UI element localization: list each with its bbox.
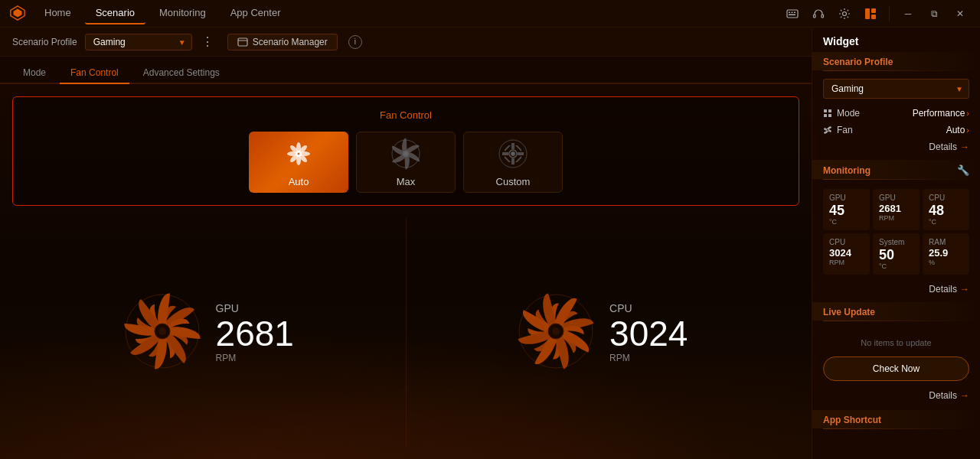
scenario-manager-label: Scenario Manager	[253, 37, 328, 47]
scenario-manager-icon	[237, 37, 248, 47]
svg-rect-2	[787, 10, 798, 18]
scenario-details-arrow: →	[960, 142, 969, 152]
scenario-profile-select[interactable]: Gaming Silent Performance	[85, 34, 192, 50]
widget-fan-row: Fan Auto ›	[812, 122, 980, 138]
nav-app-center[interactable]: App Center	[220, 2, 292, 24]
widget-fan-left: Fan	[823, 125, 853, 135]
fan-control-section: Fan Control	[0, 84, 812, 459]
fan-custom-icon	[497, 138, 529, 170]
svg-rect-13	[238, 38, 247, 46]
widget-profile-dropdown-row: Gaming Silent Performance ▼	[812, 76, 980, 105]
widget-title: Widget	[812, 28, 980, 52]
tab-advanced-settings[interactable]: Advanced Settings	[132, 63, 230, 84]
mon-cpu-temp-unit: °C	[929, 218, 963, 226]
svg-point-9	[843, 11, 847, 15]
headset-icon[interactable]	[808, 3, 829, 24]
gpu-fan-visual	[124, 293, 201, 373]
widget-monitoring-section: Monitoring 🔧 GPU 45 °C GPU 2681 RPM CPU …	[812, 160, 980, 301]
widget-mode-value[interactable]: Performance ›	[913, 108, 969, 119]
monitoring-details-row[interactable]: Details →	[812, 281, 980, 301]
cpu-rpm-block: CPU 3024 RPM	[407, 218, 800, 447]
monitoring-divider	[823, 179, 969, 180]
mon-ram-value: 25.9	[929, 248, 963, 258]
fan-max-icon	[390, 138, 422, 170]
mon-cpu-rpm-label: CPU	[829, 238, 864, 246]
keyboard-icon[interactable]	[782, 3, 803, 24]
widget-mode-left: Mode	[823, 108, 860, 119]
fan-max-label: Max	[397, 176, 416, 187]
live-update-details-arrow: →	[960, 390, 969, 401]
svg-rect-7	[814, 15, 816, 18]
rpm-displays: GPU 2681 RPM	[12, 218, 799, 447]
svg-marker-1	[14, 8, 22, 17]
cpu-rpm-label: CPU	[609, 302, 688, 314]
widget-scenario-details-row[interactable]: Details →	[812, 138, 980, 158]
layout-icon[interactable]	[860, 3, 881, 24]
svg-rect-40	[824, 114, 827, 117]
mon-cpu-temp-value: 48	[929, 203, 963, 217]
fan-mode-custom[interactable]: Custom	[463, 132, 563, 193]
mon-gpu-temp-label: GPU	[829, 194, 864, 202]
tab-fan-control[interactable]: Fan Control	[60, 63, 129, 84]
fan-arrow-icon: ›	[966, 125, 969, 135]
gpu-rpm-unit: RPM	[216, 353, 294, 363]
svg-rect-38	[824, 109, 827, 112]
settings-icon[interactable]	[834, 3, 855, 24]
monitoring-settings-icon[interactable]: 🔧	[957, 164, 969, 176]
info-icon[interactable]: i	[348, 35, 362, 49]
scenario-details-label: Details	[929, 142, 957, 152]
mon-gpu-rpm-label: GPU	[879, 194, 913, 202]
live-update-details-label: Details	[929, 390, 957, 401]
nav-home[interactable]: Home	[34, 2, 82, 24]
nav-scenario[interactable]: Scenario	[85, 2, 145, 24]
section-divider	[823, 70, 969, 71]
svg-point-31	[512, 152, 514, 155]
mon-cell-gpu-rpm: GPU 2681 RPM	[873, 189, 920, 230]
mode-arrow-icon: ›	[966, 109, 969, 118]
main-layout: Scenario Profile Gaming Silent Performan…	[0, 28, 980, 459]
svg-rect-11	[871, 8, 876, 13]
mon-gpu-temp-value: 45	[829, 203, 864, 217]
svg-rect-39	[828, 109, 831, 112]
monitoring-header: Monitoring 🔧	[812, 160, 980, 179]
check-now-button[interactable]: Check Now	[823, 356, 969, 381]
close-button[interactable]: ✕	[949, 3, 971, 24]
widget-profile-select[interactable]: Gaming Silent Performance	[823, 79, 969, 99]
cpu-rpm-unit: RPM	[609, 353, 688, 363]
scenario-bar: Scenario Profile Gaming Silent Performan…	[0, 28, 812, 57]
widget-app-shortcut-section: App Shortcut	[812, 410, 980, 429]
mon-cell-system-temp: System 50 °C	[873, 233, 920, 275]
widget-scenario-section: Scenario Profile Gaming Silent Performan…	[812, 52, 980, 158]
gpu-rpm-label: GPU	[216, 302, 294, 314]
mon-cell-cpu-rpm: CPU 3024 RPM	[823, 233, 870, 275]
scenario-manager-button[interactable]: Scenario Manager	[227, 34, 338, 50]
scenario-profile-label: Scenario Profile	[12, 37, 77, 47]
tab-mode[interactable]: Mode	[12, 63, 57, 84]
monitoring-details-arrow: →	[960, 284, 969, 295]
mon-gpu-temp-unit: °C	[829, 218, 864, 226]
monitoring-details-label: Details	[929, 284, 957, 295]
mode-icon	[823, 109, 832, 118]
widget-fan-value[interactable]: Auto ›	[946, 125, 969, 135]
live-update-divider	[823, 321, 969, 321]
gpu-rpm-info: GPU 2681 RPM	[216, 302, 294, 363]
svg-rect-4	[792, 11, 793, 13]
widget-scenario-title: Scenario Profile	[812, 52, 980, 70]
svg-point-37	[552, 327, 560, 335]
minimize-button[interactable]: ─	[897, 3, 919, 24]
svg-rect-12	[871, 15, 876, 19]
fan-mode-max[interactable]: Max	[356, 132, 456, 193]
fan-mode-auto[interactable]: Auto	[249, 132, 348, 193]
nav-monitoring[interactable]: Monitoring	[149, 2, 217, 24]
mon-cell-gpu-temp: GPU 45 °C	[823, 189, 870, 230]
live-update-details-row[interactable]: Details →	[812, 387, 980, 407]
no-items-text: No items to update	[823, 332, 969, 353]
svg-rect-10	[865, 8, 870, 19]
mon-cpu-rpm-unit: RPM	[829, 259, 864, 266]
live-update-title: Live Update	[812, 302, 980, 321]
restore-button[interactable]: ⧉	[923, 3, 945, 24]
divider	[889, 6, 890, 21]
mon-cell-cpu-temp: CPU 48 °C	[923, 189, 969, 230]
monitoring-grid: GPU 45 °C GPU 2681 RPM CPU 48 °C CPU 302…	[812, 184, 980, 281]
more-options-icon[interactable]: ⋮	[201, 34, 214, 49]
